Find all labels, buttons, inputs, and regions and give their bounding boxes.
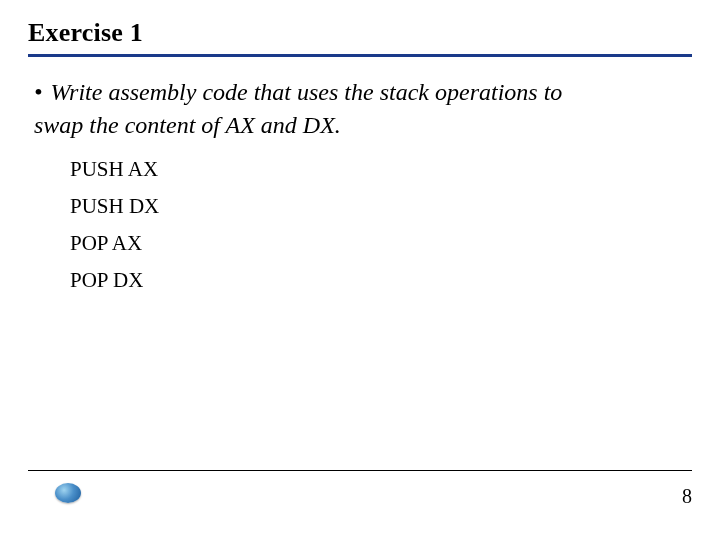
question-text-line1: Write assembly code that uses the stack … [50,77,562,108]
bullet-item: • Write assembly code that uses the stac… [28,77,692,108]
logo-text [67,504,69,510]
code-line: POP DX [70,270,692,291]
code-line: POP AX [70,233,692,254]
code-line: PUSH DX [70,196,692,217]
code-line: PUSH AX [70,159,692,180]
question-text-line2: swap the content of AX and DX. [28,110,692,141]
page-number: 8 [682,485,692,508]
logo [28,479,108,515]
code-block: PUSH AX PUSH DX POP AX POP DX [28,159,692,291]
slide-footer: 8 [28,470,692,518]
slide: Exercise 1 • Write assembly code that us… [0,0,720,540]
bullet-marker: • [34,77,42,108]
slide-title: Exercise 1 [28,18,692,57]
globe-icon [55,483,81,503]
